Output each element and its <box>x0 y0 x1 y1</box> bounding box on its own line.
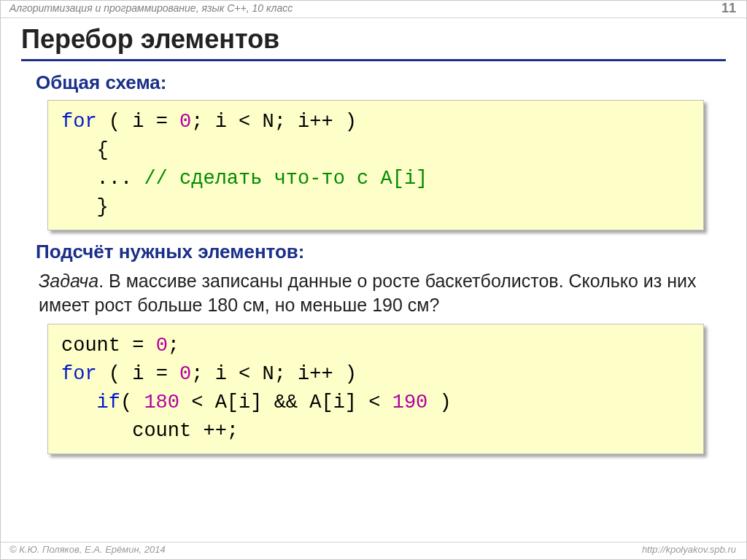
c2-count-a: count <box>61 335 120 357</box>
section1-heading: Общая схема: <box>36 71 726 94</box>
c2-for-zero: 0 <box>179 363 191 385</box>
code1-brace-open: { <box>61 139 109 161</box>
c2-for: for <box>61 363 97 385</box>
c2-180: 180 <box>144 392 179 413</box>
c2-count-c: 0 <box>156 335 168 357</box>
section2-heading: Подсчёт нужных элементов: <box>36 241 726 263</box>
c2-if: if <box>61 392 120 413</box>
c2-if-a: ( <box>120 392 144 413</box>
page-number: 11 <box>721 1 736 16</box>
c2-for-d: < <box>239 363 250 385</box>
c2-if-b: < <box>191 392 203 413</box>
c2-190: 190 <box>392 392 428 413</box>
code1-eq: = <box>156 111 168 133</box>
codebox1-wrap: for ( i = 0; i < N; i++ ) { ... // сдела… <box>47 100 726 230</box>
c2-for-b: = <box>156 363 168 385</box>
codebox1: for ( i = 0; i < N; i++ ) { ... // сдела… <box>47 100 704 230</box>
c2-for-c: ; i <box>191 363 227 385</box>
codebox2-wrap: count = 0; for ( i = 0; i < N; i++ ) if(… <box>47 324 726 454</box>
code1-comment: // сделать что-то c A[i] <box>144 168 427 190</box>
c2-count-d: ; <box>168 335 179 357</box>
code1-mid: ; i <box>191 111 227 133</box>
slide-title: Перебор элементов <box>21 24 726 61</box>
slide: Алгоритмизация и программирование, язык … <box>0 0 747 560</box>
c2-count-b: = <box>132 335 144 357</box>
course-label: Алгоритмизация и программирование, язык … <box>9 2 293 14</box>
code2: count = 0; for ( i = 0; i < N; i++ ) if(… <box>61 332 690 446</box>
kw-for: for <box>61 111 97 133</box>
c2-if-d: < <box>368 392 380 413</box>
slide-content: Перебор элементов Общая схема: for ( i =… <box>21 21 726 460</box>
header-bar: Алгоритмизация и программирование, язык … <box>1 1 746 18</box>
code1-ellipsis: ... <box>61 168 144 190</box>
code1-lt: < <box>239 111 250 133</box>
codebox2: count = 0; for ( i = 0; i < N; i++ ) if(… <box>47 324 704 454</box>
footer-left: © К.Ю. Поляков, Е.А. Ерёмин, 2014 <box>9 544 166 555</box>
task-body: . В массиве записаны данные о росте баск… <box>39 271 696 316</box>
c2-body: count ++; <box>61 420 239 442</box>
code1-n: N; i++ ) <box>262 111 357 133</box>
c2-if-e: ) <box>427 392 451 413</box>
task-lead: Задача <box>39 271 98 291</box>
c2-for-a: ( i <box>97 363 144 385</box>
code1: for ( i = 0; i < N; i++ ) { ... // сдела… <box>61 108 690 222</box>
code1-brace-close: } <box>61 196 109 218</box>
code1-open: ( i <box>97 111 144 133</box>
c2-for-e: N; i++ ) <box>262 363 357 385</box>
task-text: Задача. В массиве записаны данные о рост… <box>39 269 726 319</box>
footer-bar: © К.Ю. Поляков, Е.А. Ерёмин, 2014 http:/… <box>1 542 746 559</box>
footer-right: http://kpolyakov.spb.ru <box>642 544 736 555</box>
code1-zero: 0 <box>179 111 191 133</box>
c2-if-c: A[i] && A[i] <box>215 392 357 413</box>
